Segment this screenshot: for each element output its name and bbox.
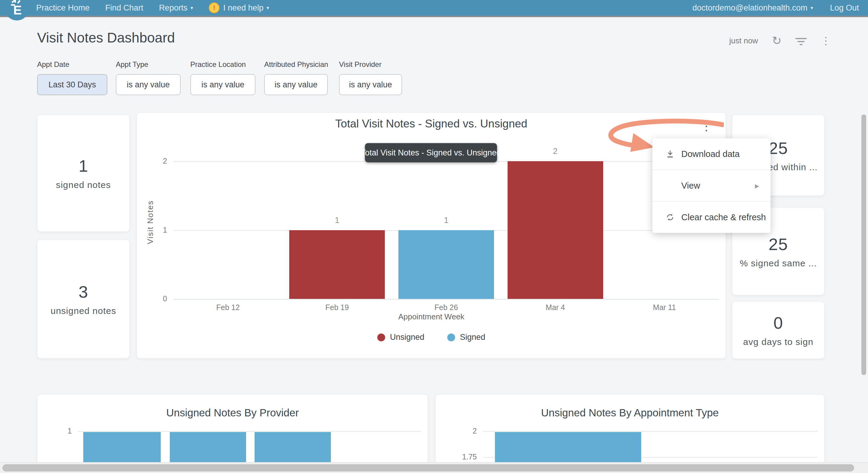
- logo-ray: [14, 0, 16, 3]
- filter-value-chip[interactable]: is any value: [264, 74, 328, 95]
- chart-context-menu: Download dataView▸Clear cache & refresh: [652, 138, 771, 233]
- page-title: Visit Notes Dashboard: [37, 30, 175, 46]
- kpi-label: avg days to sign: [743, 337, 813, 347]
- nav-item-find-chart[interactable]: Find Chart: [105, 3, 143, 13]
- filter-label: Attributed Physician: [264, 60, 328, 69]
- chart-kebab-menu-icon[interactable]: ⋮: [700, 120, 712, 132]
- kebab-menu-icon[interactable]: ⋮: [820, 35, 831, 46]
- nav-item-label: Practice Home: [36, 3, 90, 13]
- top-navbar: Practice HomeFind ChartReports▾!I need h…: [0, 0, 868, 16]
- kpi-card-unsigned-notes[interactable]: 3 unsigned notes: [37, 239, 130, 359]
- y-axis-title: Visit Notes: [146, 198, 155, 246]
- download-icon: [665, 149, 681, 159]
- kpi-label: signed notes: [56, 180, 111, 190]
- menu-item-download-data[interactable]: Download data: [652, 138, 771, 170]
- refresh-icon[interactable]: ↻: [772, 35, 781, 46]
- y-tick-label: 2: [143, 157, 167, 165]
- submenu-arrow-icon: ▸: [755, 181, 759, 191]
- y-tick-label: 1.75: [450, 452, 477, 461]
- filter-appt-type: Appt Typeis any value: [116, 60, 181, 95]
- unsigned-by-appt-type-chart-card: Unsigned Notes By Appointment Type 21.75: [435, 394, 825, 473]
- window-divider: [0, 16, 868, 17]
- logo-ray: [11, 4, 15, 6]
- menu-item-clear-cache-refresh[interactable]: Clear cache & refresh: [652, 201, 771, 233]
- filter-label: Visit Provider: [339, 60, 402, 69]
- help-menu-label: I need help: [223, 3, 264, 13]
- vertical-scrollbar[interactable]: [861, 114, 866, 375]
- legend-label: Signed: [460, 333, 485, 342]
- elation-logo[interactable]: E: [5, 0, 29, 21]
- menu-item-label: Clear cache & refresh: [681, 212, 766, 222]
- filter-attributed-physician: Attributed Physicianis any value: [264, 60, 328, 95]
- kpi-value: 25: [769, 234, 788, 254]
- x-tick-label: Feb 12: [192, 303, 264, 312]
- help-alert-icon: !: [209, 2, 220, 13]
- y-tick-label: 1: [143, 226, 167, 234]
- gridline-y0: [174, 299, 719, 300]
- logout-button[interactable]: Log Out: [830, 3, 859, 13]
- menu-item-label: View: [681, 181, 700, 191]
- filter-icon[interactable]: [795, 36, 807, 45]
- account-menu[interactable]: doctordemo@elationhealth.com ▾: [692, 3, 813, 13]
- horizontal-scrollbar-track: [0, 462, 868, 473]
- gridline-y2: [483, 431, 818, 432]
- help-menu[interactable]: !I need help▾: [209, 2, 269, 13]
- bar-signed-feb-26[interactable]: [398, 230, 494, 299]
- kpi-value: 3: [79, 282, 88, 302]
- chart-title: Unsigned Notes By Appointment Type: [435, 407, 824, 419]
- chevron-down-icon: ▾: [191, 5, 193, 11]
- kpi-value: 1: [79, 156, 88, 176]
- refresh-icon: [665, 213, 681, 222]
- filter-value-chip[interactable]: is any value: [339, 74, 402, 95]
- filter-label: Practice Location: [190, 60, 255, 69]
- kpi-label: % signed same ...: [740, 258, 817, 268]
- chevron-down-icon: ▾: [810, 5, 813, 11]
- filter-value-chip[interactable]: is any value: [116, 74, 181, 95]
- bar-value-label: 1: [307, 216, 367, 225]
- nav-item-label: Reports: [159, 3, 188, 13]
- x-tick-label: Feb 19: [301, 303, 373, 312]
- y-tick-label: 2: [450, 427, 477, 435]
- legend-item-signed[interactable]: Signed: [447, 333, 485, 342]
- horizontal-scrollbar[interactable]: [2, 464, 854, 472]
- kpi-value: 0: [773, 313, 783, 333]
- kpi-label: unsigned notes: [51, 306, 116, 316]
- last-updated-text: just now: [729, 36, 758, 45]
- filter-visit-provider: Visit Provideris any value: [339, 60, 402, 95]
- nav-item-practice-home[interactable]: Practice Home: [36, 3, 90, 13]
- menu-item-label: Download data: [681, 149, 740, 159]
- y-tick-label: 0: [143, 294, 167, 303]
- legend-dot: [447, 334, 455, 341]
- kpi-card-signed-notes[interactable]: 1 signed notes: [37, 114, 130, 232]
- filter-value-chip[interactable]: Last 30 Days: [37, 74, 107, 95]
- bar-unsigned-mar-4[interactable]: [507, 161, 603, 299]
- kpi-value: 25: [769, 138, 788, 158]
- kpi-card-avg-days-to-sign[interactable]: 0 avg days to sign: [732, 301, 825, 359]
- chart-title: Unsigned Notes By Provider: [37, 407, 428, 419]
- bar-unsigned-feb-19[interactable]: [289, 230, 385, 299]
- nav-item-reports[interactable]: Reports▾: [159, 3, 193, 13]
- account-email: doctordemo@elationhealth.com: [692, 3, 808, 13]
- gridline-y1: [78, 431, 421, 432]
- bar-value-label: 2: [525, 147, 585, 156]
- x-axis-title: Appointment Week: [137, 312, 726, 322]
- filter-label: Appt Type: [116, 60, 181, 69]
- x-tick-label: Mar 11: [628, 303, 701, 312]
- unsigned-by-provider-chart-card: Unsigned Notes By Provider 1: [37, 394, 428, 473]
- legend-item-unsigned[interactable]: Unsigned: [377, 333, 424, 342]
- visit-notes-dashboard-window: Practice HomeFind ChartReports▾!I need h…: [0, 0, 868, 473]
- chart-tooltip: Total Visit Notes - Signed vs. Unsigned: [365, 143, 497, 162]
- legend-label: Unsigned: [390, 333, 424, 342]
- bar-value-label: 1: [416, 216, 476, 225]
- chevron-down-icon: ▾: [267, 5, 269, 11]
- filter-appt-date: Appt DateLast 30 Days: [37, 60, 107, 95]
- filter-value-chip[interactable]: is any value: [190, 74, 255, 95]
- filter-practice-location: Practice Locationis any value: [190, 60, 255, 95]
- x-tick-label: Mar 4: [519, 303, 591, 312]
- nav-item-label: Find Chart: [105, 3, 143, 13]
- chart-title: Total Visit Notes - Signed vs. Unsigned: [137, 117, 726, 130]
- filter-label: Appt Date: [37, 60, 107, 69]
- x-tick-label: Feb 26: [410, 303, 483, 312]
- menu-item-view[interactable]: View▸: [652, 170, 771, 201]
- legend-dot: [377, 334, 385, 341]
